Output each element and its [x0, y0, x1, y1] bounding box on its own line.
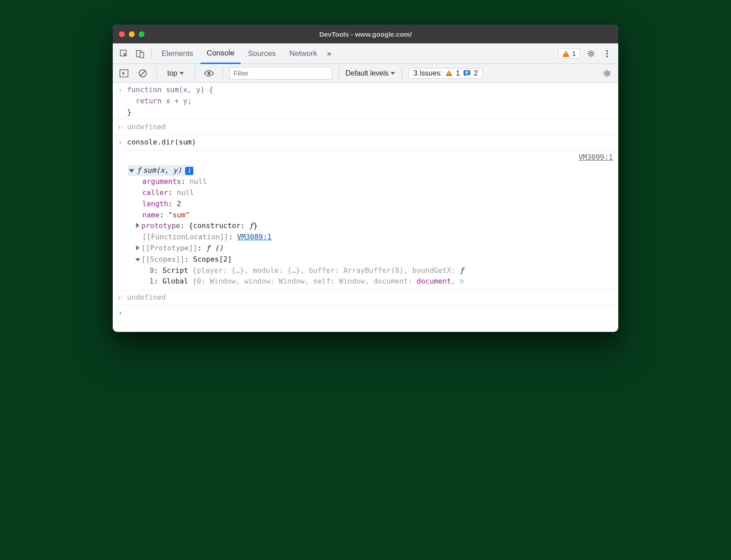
levels-label: Default levels	[345, 69, 388, 77]
output-chevron-icon: ‹·	[117, 122, 123, 133]
scope-item[interactable]: 1: Global {0: Window, window: Window, se…	[150, 276, 613, 287]
result-value: undefined	[127, 292, 166, 303]
svg-rect-2	[140, 52, 144, 58]
tab-elements[interactable]: Elements	[155, 43, 200, 64]
prop-value: 2	[177, 199, 181, 208]
svg-point-8	[606, 55, 608, 57]
source-link[interactable]: VM3099:1	[578, 152, 613, 163]
tab-label: Console	[207, 49, 234, 58]
separator	[223, 68, 223, 79]
filter-input[interactable]	[230, 67, 332, 80]
expand-toggle-icon[interactable]	[136, 223, 140, 228]
zoom-icon[interactable]	[139, 31, 144, 37]
inspect-icon[interactable]	[116, 46, 132, 61]
code-input: console.dir(sum)	[127, 137, 196, 148]
console-body: › function sum(x, y) { return x + y; } ‹…	[113, 83, 618, 332]
prop-key[interactable]: prototype	[141, 221, 180, 230]
minimize-icon[interactable]	[129, 31, 135, 37]
vm-link[interactable]: VM3089:1	[237, 233, 272, 241]
close-icon[interactable]	[119, 31, 125, 37]
prop-value: null	[177, 188, 194, 197]
svg-rect-18	[465, 73, 468, 74]
console-settings-icon[interactable]	[599, 66, 615, 81]
console-input-row: › console.dir(sum)	[113, 135, 618, 150]
info-icon[interactable]: i	[185, 167, 193, 175]
console-result-row: ‹· undefined	[113, 290, 618, 305]
tab-sources[interactable]: Sources	[242, 43, 282, 64]
context-label: top	[167, 69, 177, 77]
issues-pill[interactable]: 3 Issues: 1 2	[408, 68, 483, 79]
svg-line-11	[140, 71, 145, 76]
log-levels-selector[interactable]: Default levels	[345, 69, 395, 77]
prop-key[interactable]: arguments	[142, 177, 181, 186]
prop-key[interactable]: caller	[142, 188, 168, 197]
console-dir-output: VM3099:1 ƒ sum(x, y) i arguments: null c…	[113, 150, 618, 290]
devtools-window: DevTools - www.google.com/ Elements Cons…	[113, 25, 618, 332]
object-header[interactable]: ƒ sum(x, y) i	[128, 165, 194, 176]
prop-key[interactable]: [[Scopes]]	[141, 255, 184, 263]
separator	[157, 68, 157, 79]
prompt-chevron-icon: ›	[117, 307, 123, 318]
more-icon[interactable]	[599, 46, 615, 61]
warning-icon	[446, 70, 452, 76]
tabs-overflow[interactable]: »	[324, 43, 334, 64]
prop-key[interactable]: [[Prototype]]	[141, 244, 197, 252]
info-square-icon	[463, 70, 470, 76]
expand-toggle-icon[interactable]	[136, 245, 140, 250]
separator	[195, 68, 195, 79]
svg-point-5	[590, 52, 592, 55]
object-properties: arguments: null caller: null length: 2 n…	[142, 176, 613, 265]
prop-key[interactable]: name	[142, 211, 160, 219]
expand-toggle-icon[interactable]	[136, 258, 140, 261]
issues-badge[interactable]: 1	[558, 48, 580, 59]
tab-label: Sources	[248, 49, 276, 58]
chevron-down-icon	[179, 71, 184, 76]
svg-rect-14	[449, 75, 449, 75]
svg-rect-4	[565, 55, 566, 56]
svg-rect-16	[465, 72, 468, 73]
input-chevron-icon: ›	[117, 137, 123, 148]
issues-label: 3 Issues:	[413, 69, 442, 77]
expand-toggle-icon[interactable]	[129, 169, 134, 173]
console-input-row: › function sum(x, y) { return x + y; }	[113, 83, 618, 120]
svg-rect-13	[449, 72, 449, 74]
issues-count: 1	[572, 50, 576, 57]
svg-rect-3	[565, 52, 566, 55]
separator	[339, 68, 339, 79]
warn-count: 1	[456, 69, 460, 77]
warning-icon	[562, 51, 570, 57]
device-toolbar-icon[interactable]	[132, 46, 148, 61]
tab-label: Network	[289, 49, 317, 58]
tab-console[interactable]: Console	[200, 44, 241, 64]
prop-key[interactable]: length	[142, 199, 168, 208]
prop-value: "sum"	[168, 211, 190, 219]
svg-point-6	[606, 50, 608, 52]
scopes-list: 0: Script {player: {…}, module: {…}, buf…	[150, 265, 613, 288]
context-selector[interactable]: top	[163, 67, 188, 80]
separator	[402, 68, 402, 79]
prop-value: Scopes[2]	[193, 255, 232, 263]
function-signature: sum(x, y)	[143, 165, 182, 176]
console-prompt-row[interactable]: ›	[113, 305, 618, 332]
settings-icon[interactable]	[583, 46, 599, 61]
scope-item[interactable]: 0: Script {player: {…}, module: {…}, buf…	[150, 265, 613, 276]
clear-console-icon[interactable]	[135, 66, 150, 81]
code-input: function sum(x, y) { return x + y; }	[127, 85, 213, 118]
tab-network[interactable]: Network	[283, 43, 323, 64]
result-value: undefined	[127, 122, 166, 133]
chevron-down-icon	[390, 71, 395, 76]
live-expression-icon[interactable]	[201, 66, 217, 81]
console-toolbar: top Default levels 3 Issues: 1 2	[113, 64, 618, 83]
titlebar: DevTools - www.google.com/	[113, 25, 618, 43]
svg-point-12	[208, 72, 210, 74]
toggle-sidebar-icon[interactable]	[116, 66, 132, 81]
input-chevron-icon: ›	[117, 85, 123, 96]
tab-label: Elements	[162, 49, 193, 58]
svg-rect-17	[465, 71, 468, 72]
output-chevron-icon: ‹·	[117, 292, 123, 303]
prop-key[interactable]: [[FunctionLocation]]	[142, 233, 229, 241]
traffic-lights	[119, 31, 144, 37]
window-title: DevTools - www.google.com/	[113, 30, 618, 38]
console-result-row: ‹· undefined	[113, 120, 618, 135]
function-f-icon: ƒ	[137, 165, 141, 176]
